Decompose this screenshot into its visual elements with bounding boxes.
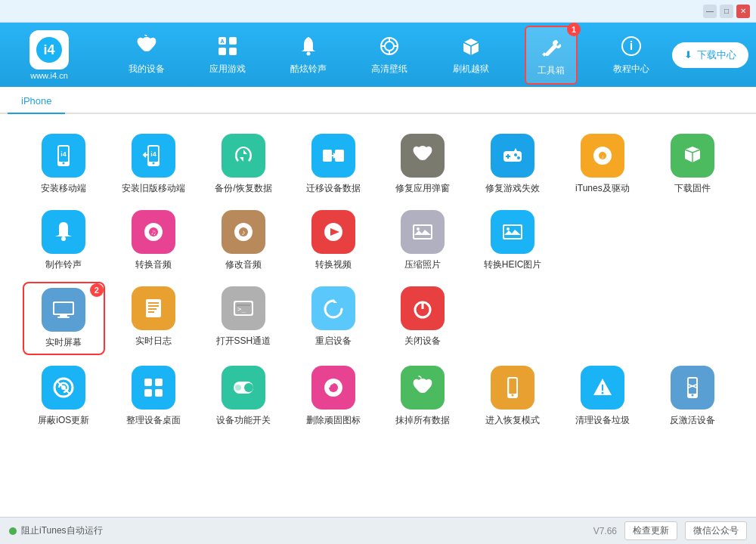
convert-heic-icon [491,210,534,254]
tool-label-make-ringtone: 制作铃声 [45,258,82,271]
tool-label-edit-audio: 修改音频 [225,258,262,271]
edit-audio-icon: ♪ [222,210,265,254]
minimize-button[interactable]: — [703,5,717,18]
apple-icon [132,32,161,60]
tools-row-2: 制作铃声 ♫ 转换音频 ♪ 修改音频 [23,206,733,276]
svg-marker-27 [240,157,243,162]
tool-fix-game[interactable]: 修复游戏失效 [472,129,554,199]
status-right: V7.66 检查更新 微信公众号 [593,521,747,540]
svg-point-87 [601,392,603,394]
tool-install-old[interactable]: i4 安装旧版移动端 [113,129,195,199]
titlebar: — □ ✕ [0,0,756,23]
tool-label-delete-stubborn: 删除顽固图标 [306,414,361,427]
tool-itunes-driver[interactable]: ♪ iTunes及驱动 [562,129,644,199]
status-left: 阻止iTunes自动运行 [9,524,103,537]
tool-label-restart-device: 重启设备 [315,335,352,348]
svg-point-84 [512,394,514,397]
svg-text:♫: ♫ [150,228,156,236]
tool-device-features[interactable]: 设备功能开关 [203,361,285,431]
convert-audio-icon: ♫ [132,210,175,254]
tool-shutdown-device[interactable]: 关闭设备 [382,282,464,355]
tool-make-ringtone[interactable]: 制作铃声 [23,206,105,276]
migrate-data-icon [311,134,355,178]
tool-migrate-data[interactable]: 迁移设备数据 [292,129,374,199]
nav-label-flash: 刷机越狱 [453,63,489,76]
tool-compress-photos[interactable]: 压缩照片 [382,206,464,276]
nav-label-my-device: 我的设备 [129,63,165,76]
nav-item-toolbox[interactable]: 1 工具箱 [525,26,578,85]
tool-recovery-mode[interactable]: 进入恢复模式 [472,361,554,431]
check-update-button[interactable]: 检查更新 [624,521,677,540]
tool-edit-audio[interactable]: ♪ 修改音频 [203,206,285,276]
svg-point-53 [507,227,510,230]
tool-organize-desktop[interactable]: 整理设备桌面 [113,361,195,431]
status-dot [9,527,17,535]
download-center-button[interactable]: ⬇ 下载中心 [672,42,748,68]
toolbox-badge: 1 [567,23,581,36]
tool-convert-heic[interactable]: 转换HEIC图片 [472,206,554,276]
tool-label-convert-audio: 转换音频 [135,258,172,271]
svg-text:i4: i4 [43,42,54,57]
tool-backup-restore[interactable]: 备份/恢复数据 [203,129,285,199]
tool-convert-video[interactable]: 转换视频 [292,206,374,276]
info-icon: i [617,32,646,60]
tool-label-install-old: 安装旧版移动端 [122,182,185,195]
tool-restart-device[interactable]: 重启设备 [292,282,374,355]
fix-app-crash-icon [401,134,445,178]
nav-item-my-device[interactable]: 我的设备 [119,26,174,85]
main-content: i4 安装移动端 i4 安装旧版移动端 [0,114,756,517]
tool-block-ios-update[interactable]: 屏蔽iOS更新 [23,361,105,431]
nav-label-ringtones: 酷炫铃声 [290,63,327,76]
make-ringtone-icon [42,210,85,254]
tool-convert-audio[interactable]: ♫ 转换音频 [113,206,195,276]
tool-label-migrate-data: 迁移设备数据 [306,182,361,195]
tool-label-realtime-log: 实时日志 [135,335,172,348]
realtime-screen-icon [42,288,85,332]
tool-open-ssh[interactable]: >_ 打开SSH通道 [203,282,285,355]
svg-text:i: i [630,39,633,52]
version-label: V7.66 [593,526,617,536]
wechat-button[interactable]: 微信公众号 [685,521,747,540]
nav-item-wallpapers[interactable]: 高清壁纸 [362,26,417,85]
nav-item-ringtones[interactable]: 酷炫铃声 [281,26,336,85]
install-old-icon: i4 [132,134,175,178]
tool-fix-app-crash[interactable]: 修复应用弹窗 [382,129,464,199]
tools-row-1: i4 安装移动端 i4 安装旧版移动端 [23,129,733,199]
svg-rect-55 [54,303,73,314]
tool-label-clean-junk: 清理设备垃圾 [575,414,630,427]
logo-url: www.i4.cn [30,71,68,80]
tools-row-4: 屏蔽iOS更新 整理设备桌面 设备功能开关 [23,361,733,431]
tool-label-compress-photos: 压缩照片 [404,258,441,271]
tool-download-firmware[interactable]: 下载固件 [651,129,733,199]
tool-delete-stubborn[interactable]: 删除顽固图标 [292,361,374,431]
svg-marker-67 [333,299,337,303]
nav-item-flash[interactable]: 刷机越狱 [444,26,498,85]
svg-rect-83 [509,379,516,394]
maximize-button[interactable]: □ [720,5,733,18]
svg-rect-73 [144,379,152,386]
status-text: 阻止iTunes自动运行 [21,524,103,537]
tab-iphone[interactable]: iPhone [8,91,65,114]
tool-label-realtime-screen: 实时屏幕 [45,336,82,349]
tool-realtime-screen[interactable]: 2 实时屏幕 [23,282,105,355]
svg-point-39 [61,236,66,241]
nav-item-apps-games[interactable]: A 应用游戏 [200,26,255,85]
close-button[interactable]: ✕ [736,5,750,18]
svg-rect-28 [323,150,332,162]
tool-clean-junk[interactable]: 清理设备垃圾 [562,361,644,431]
tool-install-mobile[interactable]: i4 安装移动端 [23,129,105,199]
logo: i4 www.i4.cn [8,30,91,80]
nav-label-wallpapers: 高清壁纸 [371,63,407,76]
nav-item-tutorials[interactable]: i 教程中心 [604,26,658,85]
tool-label-deactivate: 反激活设备 [670,414,715,427]
tool-label-convert-video: 转换视频 [315,258,352,271]
tool-wipe-data[interactable]: 抹掉所有数据 [382,361,464,431]
svg-rect-75 [144,389,152,397]
tool-label-itunes-driver: iTunes及驱动 [575,182,630,195]
tool-label-block-ios-update: 屏蔽iOS更新 [38,414,89,427]
tool-realtime-log[interactable]: 实时日志 [113,282,195,355]
realtime-log-icon [132,286,175,330]
itunes-driver-icon: ♪ [581,134,624,178]
tool-deactivate[interactable]: 反激活设备 [651,361,733,431]
deactivate-icon [671,366,714,410]
